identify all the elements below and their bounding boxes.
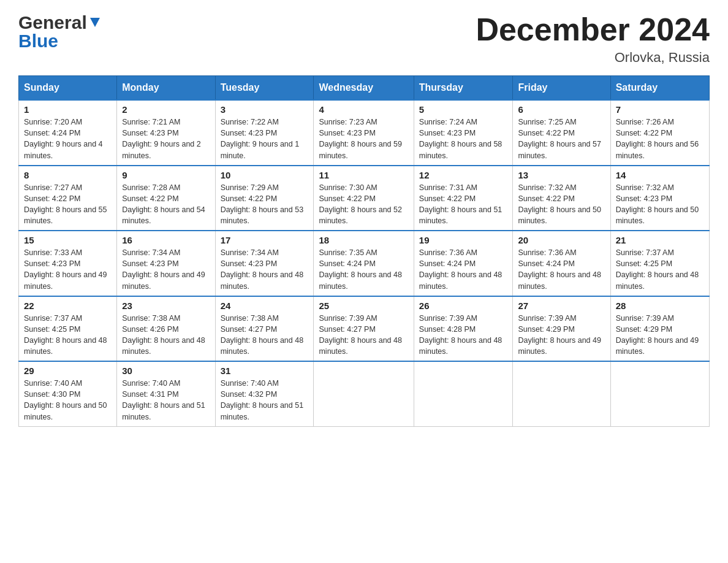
day-info: Sunrise: 7:38 AMSunset: 4:27 PMDaylight:…: [221, 313, 309, 358]
location: Orlovka, Russia: [476, 50, 710, 66]
logo-general: General: [18, 12, 87, 33]
calendar-cell: 20Sunrise: 7:36 AMSunset: 4:24 PMDayligh…: [513, 231, 610, 296]
weekday-header-friday: Friday: [513, 76, 610, 101]
day-info: Sunrise: 7:25 AMSunset: 4:22 PMDaylight:…: [518, 117, 605, 161]
calendar-cell: 10Sunrise: 7:29 AMSunset: 4:22 PMDayligh…: [215, 166, 314, 231]
day-number: 4: [319, 104, 408, 115]
month-title: December 2024: [476, 12, 710, 47]
day-info: Sunrise: 7:40 AMSunset: 4:30 PMDaylight:…: [24, 378, 112, 423]
day-number: 16: [122, 235, 210, 245]
day-number: 20: [518, 235, 605, 245]
day-info: Sunrise: 7:36 AMSunset: 4:24 PMDaylight:…: [419, 247, 508, 292]
calendar-cell: 1Sunrise: 7:20 AMSunset: 4:24 PMDaylight…: [19, 100, 117, 166]
day-info: Sunrise: 7:40 AMSunset: 4:31 PMDaylight:…: [122, 378, 210, 423]
day-number: 1: [24, 104, 112, 115]
day-number: 29: [24, 366, 112, 376]
day-info: Sunrise: 7:39 AMSunset: 4:29 PMDaylight:…: [518, 313, 605, 358]
week-row-2: 8Sunrise: 7:27 AMSunset: 4:22 PMDaylight…: [19, 166, 710, 231]
calendar-cell: 14Sunrise: 7:32 AMSunset: 4:23 PMDayligh…: [610, 166, 709, 231]
calendar-cell: 7Sunrise: 7:26 AMSunset: 4:22 PMDaylight…: [610, 100, 709, 166]
day-number: 6: [518, 104, 605, 115]
day-info: Sunrise: 7:37 AMSunset: 4:25 PMDaylight:…: [616, 247, 704, 292]
day-info: Sunrise: 7:40 AMSunset: 4:32 PMDaylight:…: [221, 378, 309, 423]
day-number: 8: [24, 170, 112, 180]
calendar-cell: [414, 361, 513, 426]
day-info: Sunrise: 7:23 AMSunset: 4:23 PMDaylight:…: [319, 117, 408, 161]
week-row-1: 1Sunrise: 7:20 AMSunset: 4:24 PMDaylight…: [19, 100, 710, 166]
day-info: Sunrise: 7:28 AMSunset: 4:22 PMDaylight:…: [122, 182, 210, 227]
calendar-cell: 9Sunrise: 7:28 AMSunset: 4:22 PMDaylight…: [117, 166, 215, 231]
calendar-cell: 5Sunrise: 7:24 AMSunset: 4:23 PMDaylight…: [414, 100, 513, 166]
logo: General Blue: [18, 12, 102, 52]
day-info: Sunrise: 7:34 AMSunset: 4:23 PMDaylight:…: [221, 247, 309, 292]
day-info: Sunrise: 7:37 AMSunset: 4:25 PMDaylight:…: [24, 313, 112, 358]
calendar-cell: 2Sunrise: 7:21 AMSunset: 4:23 PMDaylight…: [117, 100, 215, 166]
calendar-cell: 21Sunrise: 7:37 AMSunset: 4:25 PMDayligh…: [610, 231, 709, 296]
day-number: 11: [319, 170, 408, 180]
day-info: Sunrise: 7:26 AMSunset: 4:22 PMDaylight:…: [616, 117, 704, 161]
calendar-cell: 23Sunrise: 7:38 AMSunset: 4:26 PMDayligh…: [117, 296, 215, 362]
day-info: Sunrise: 7:24 AMSunset: 4:23 PMDaylight:…: [419, 117, 508, 161]
day-number: 5: [419, 104, 508, 115]
calendar-cell: 16Sunrise: 7:34 AMSunset: 4:23 PMDayligh…: [117, 231, 215, 296]
day-number: 12: [419, 170, 508, 180]
day-info: Sunrise: 7:35 AMSunset: 4:24 PMDaylight:…: [319, 247, 408, 292]
weekday-header-row: SundayMondayTuesdayWednesdayThursdayFrid…: [19, 76, 710, 101]
day-info: Sunrise: 7:38 AMSunset: 4:26 PMDaylight:…: [122, 313, 210, 358]
day-number: 9: [122, 170, 210, 180]
day-info: Sunrise: 7:33 AMSunset: 4:23 PMDaylight:…: [24, 247, 112, 292]
calendar-cell: 28Sunrise: 7:39 AMSunset: 4:29 PMDayligh…: [610, 296, 709, 362]
calendar-cell: 27Sunrise: 7:39 AMSunset: 4:29 PMDayligh…: [513, 296, 610, 362]
day-number: 23: [122, 301, 210, 311]
calendar-cell: 24Sunrise: 7:38 AMSunset: 4:27 PMDayligh…: [215, 296, 314, 362]
title-block: December 2024 Orlovka, Russia: [476, 12, 710, 66]
day-number: 18: [319, 235, 408, 245]
day-info: Sunrise: 7:32 AMSunset: 4:23 PMDaylight:…: [616, 182, 704, 227]
day-number: 17: [221, 235, 309, 245]
day-number: 14: [616, 170, 704, 180]
day-info: Sunrise: 7:36 AMSunset: 4:24 PMDaylight:…: [518, 247, 605, 292]
logo-blue: Blue: [18, 31, 58, 52]
day-number: 7: [616, 104, 704, 115]
week-row-4: 22Sunrise: 7:37 AMSunset: 4:25 PMDayligh…: [19, 296, 710, 362]
calendar-cell: [610, 361, 709, 426]
day-number: 19: [419, 235, 508, 245]
calendar-cell: 11Sunrise: 7:30 AMSunset: 4:22 PMDayligh…: [314, 166, 414, 231]
day-info: Sunrise: 7:27 AMSunset: 4:22 PMDaylight:…: [24, 182, 112, 227]
day-info: Sunrise: 7:39 AMSunset: 4:28 PMDaylight:…: [419, 313, 508, 358]
calendar-cell: 26Sunrise: 7:39 AMSunset: 4:28 PMDayligh…: [414, 296, 513, 362]
calendar-cell: 4Sunrise: 7:23 AMSunset: 4:23 PMDaylight…: [314, 100, 414, 166]
header: General Blue December 2024 Orlovka, Russ…: [18, 12, 710, 66]
calendar-cell: 30Sunrise: 7:40 AMSunset: 4:31 PMDayligh…: [117, 361, 215, 426]
calendar-cell: 6Sunrise: 7:25 AMSunset: 4:22 PMDaylight…: [513, 100, 610, 166]
calendar-cell: 3Sunrise: 7:22 AMSunset: 4:23 PMDaylight…: [215, 100, 314, 166]
calendar-cell: 18Sunrise: 7:35 AMSunset: 4:24 PMDayligh…: [314, 231, 414, 296]
calendar-cell: 15Sunrise: 7:33 AMSunset: 4:23 PMDayligh…: [19, 231, 117, 296]
day-number: 25: [319, 301, 408, 311]
calendar-cell: 13Sunrise: 7:32 AMSunset: 4:22 PMDayligh…: [513, 166, 610, 231]
day-info: Sunrise: 7:29 AMSunset: 4:22 PMDaylight:…: [221, 182, 309, 227]
calendar-table: SundayMondayTuesdayWednesdayThursdayFrid…: [18, 75, 710, 427]
day-info: Sunrise: 7:34 AMSunset: 4:23 PMDaylight:…: [122, 247, 210, 292]
calendar-cell: 12Sunrise: 7:31 AMSunset: 4:22 PMDayligh…: [414, 166, 513, 231]
day-info: Sunrise: 7:21 AMSunset: 4:23 PMDaylight:…: [122, 117, 210, 161]
calendar-cell: 29Sunrise: 7:40 AMSunset: 4:30 PMDayligh…: [19, 361, 117, 426]
calendar-cell: [314, 361, 414, 426]
week-row-5: 29Sunrise: 7:40 AMSunset: 4:30 PMDayligh…: [19, 361, 710, 426]
day-number: 13: [518, 170, 605, 180]
day-info: Sunrise: 7:22 AMSunset: 4:23 PMDaylight:…: [221, 117, 309, 161]
calendar-cell: 22Sunrise: 7:37 AMSunset: 4:25 PMDayligh…: [19, 296, 117, 362]
day-info: Sunrise: 7:32 AMSunset: 4:22 PMDaylight:…: [518, 182, 605, 227]
calendar-cell: 17Sunrise: 7:34 AMSunset: 4:23 PMDayligh…: [215, 231, 314, 296]
weekday-header-sunday: Sunday: [19, 76, 117, 101]
weekday-header-tuesday: Tuesday: [215, 76, 314, 101]
day-info: Sunrise: 7:31 AMSunset: 4:22 PMDaylight:…: [419, 182, 508, 227]
calendar-cell: 25Sunrise: 7:39 AMSunset: 4:27 PMDayligh…: [314, 296, 414, 362]
day-number: 31: [221, 366, 309, 376]
day-number: 26: [419, 301, 508, 311]
calendar-cell: 19Sunrise: 7:36 AMSunset: 4:24 PMDayligh…: [414, 231, 513, 296]
calendar-cell: 31Sunrise: 7:40 AMSunset: 4:32 PMDayligh…: [215, 361, 314, 426]
svg-marker-0: [90, 18, 100, 27]
day-number: 2: [122, 104, 210, 115]
day-number: 24: [221, 301, 309, 311]
